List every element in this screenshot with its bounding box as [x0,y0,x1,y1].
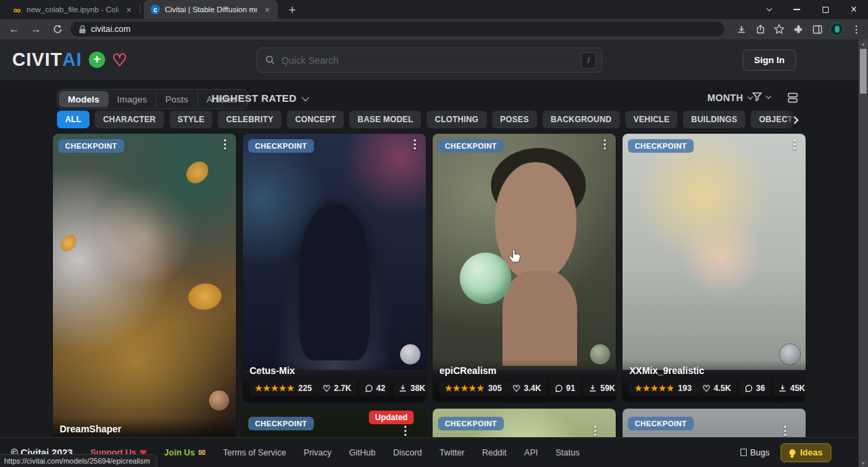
download-icon [399,384,407,392]
category-poses[interactable]: POSES [492,111,537,128]
model-card-xxmix9realistic[interactable]: CHECKPOINT ⋮ XXMix_9realistic ★★★★★ 193 … [623,134,806,402]
forward-button[interactable]: → [27,20,45,38]
creator-avatar[interactable] [400,344,420,365]
creator-avatar[interactable] [590,344,610,365]
likes-count: 2.7K [334,384,351,393]
scroll-down-icon[interactable]: ▼ [859,459,868,467]
footer-link-join-us[interactable]: Join Us✉ [164,447,205,457]
browser-profile-avatar[interactable] [830,22,844,36]
category-all[interactable]: ALL [57,111,90,128]
category-concept[interactable]: CONCEPT [287,111,344,128]
share-icon[interactable] [754,23,766,35]
tab-models[interactable]: Models [59,91,108,107]
footer-link-reddit[interactable]: Reddit [482,448,507,457]
categories-scroll-right-button[interactable] [785,111,804,129]
footer-link-api[interactable]: API [524,448,538,457]
sign-in-button[interactable]: Sign In [743,50,796,71]
category-filter-bar: ALL CHARACTER STYLE CELEBRITY CONCEPT BA… [57,111,797,129]
bookmark-star-icon[interactable] [773,23,785,35]
card-menu-icon[interactable]: ⋮ [409,137,420,151]
bugs-button[interactable]: Bugs [741,448,770,457]
tab-posts[interactable]: Posts [157,91,198,107]
downloads-count: 45K [790,384,805,393]
quick-search-input[interactable]: Quick Search / [256,48,602,73]
scroll-up-icon[interactable]: ▲ [859,39,868,48]
model-title: XXMix_9realistic [629,365,799,376]
category-base-model[interactable]: BASE MODEL [349,111,421,128]
ideas-label: Ideas [800,447,823,457]
likes-count: 3.4K [524,384,540,393]
page-scrollbar[interactable]: ▲ ▼ [859,39,868,467]
side-panel-icon[interactable] [811,23,823,35]
likes-count: 4.5K [713,384,730,393]
category-buildings[interactable]: BUILDINGS [683,111,745,128]
card-menu-icon[interactable]: ⋮ [589,424,601,438]
maximize-button[interactable] [811,0,840,19]
footer-link-status[interactable]: Status [555,448,579,457]
model-card-cetus-mix[interactable]: CHECKPOINT ⋮ Cetus-Mix ★★★★★ 225 ♡2.7K 4… [243,134,426,402]
browser-tab-civitai[interactable]: c Civitai | Stable Diffusion models, × [144,0,278,19]
category-background[interactable]: BACKGROUND [542,111,620,128]
period-label: MONTH [707,92,743,103]
model-title: Cetus-Mix [250,365,419,376]
updated-badge: Updated [369,411,414,424]
footer-link-terms[interactable]: Terms of Service [223,448,286,457]
star-rating-icons: ★★★★★ [635,384,675,392]
card-menu-icon[interactable]: ⋮ [779,424,791,438]
category-style[interactable]: STYLE [170,111,213,128]
chevron-down-icon [766,93,771,98]
heart-icon: ♡ [323,384,331,393]
butterfly-decor [183,159,212,185]
tab-close-icon[interactable]: × [262,4,273,15]
period-dropdown[interactable]: MONTH [707,92,751,103]
card-menu-icon[interactable]: ⋮ [789,137,800,151]
status-bar-url: https://civitai.com/models/25694/epicrea… [0,454,157,467]
search-icon [265,55,275,65]
back-button[interactable]: ← [5,20,23,38]
category-character[interactable]: CHARACTER [95,111,164,128]
star-rating-icons: ★★★★★ [255,384,295,392]
scrollbar-thumb[interactable] [860,49,867,94]
reload-button[interactable] [49,20,66,38]
model-card-epicrealism[interactable]: CHECKPOINT ⋮ epiCRealism ★★★★★ 305 ♡3.4K… [433,134,616,402]
sort-dropdown[interactable]: HIGHEST RATED [212,92,307,104]
lock-icon [79,25,86,34]
close-window-button[interactable]: × [840,0,868,19]
footer-link-privacy[interactable]: Privacy [304,448,332,457]
extensions-icon[interactable] [792,23,804,35]
stat-badges: ♡3.4K 91 59K [507,381,616,396]
checkpoint-badge: CHECKPOINT [628,417,694,430]
tab-search-icon[interactable] [754,0,783,19]
address-bar[interactable]: civitai.com [71,22,724,37]
ideas-button[interactable]: Ideas [781,443,831,462]
downloads-count: 59K [600,384,615,393]
header-heart-icon[interactable]: ♡ [112,52,127,69]
creator-avatar[interactable] [780,344,800,365]
card-menu-icon[interactable]: ⋮ [399,424,411,438]
download-icon[interactable] [735,23,747,35]
category-celebrity[interactable]: CELEBRITY [218,111,281,128]
browser-tab-colab[interactable]: ∞ new_colab_file.ipynb - Colaborat × [5,0,140,19]
footer-link-github[interactable]: GitHub [349,448,376,457]
url-text: civitai.com [91,24,130,34]
category-clothing[interactable]: CLOTHING [427,111,486,128]
new-tab-button[interactable]: + [283,1,301,19]
footer-link-twitter[interactable]: Twitter [439,448,465,457]
filter-dropdown[interactable] [751,91,770,102]
card-menu-icon[interactable]: ⋮ [219,137,231,151]
sort-label: HIGHEST RATED [212,92,296,104]
tab-close-icon[interactable]: × [123,4,134,15]
civitai-logo[interactable]: CIVITAI [12,50,82,71]
card-menu-icon[interactable]: ⋮ [599,137,610,151]
browser-menu-icon[interactable]: ⋮ [850,23,863,35]
category-vehicle[interactable]: VEHICLE [625,111,677,128]
tab-images[interactable]: Images [108,91,157,107]
toolbar-icons: ⋮ [735,22,863,36]
layout-toggle-icon[interactable] [787,92,799,107]
footer-link-discord[interactable]: Discord [393,448,422,457]
minimize-button[interactable] [783,0,811,19]
bugs-label: Bugs [750,448,770,457]
model-card-dreamshaper[interactable]: CHECKPOINT ⋮ DreamShaper [53,134,236,450]
upload-plus-button[interactable]: + [89,52,105,68]
creator-avatar[interactable] [209,390,229,411]
